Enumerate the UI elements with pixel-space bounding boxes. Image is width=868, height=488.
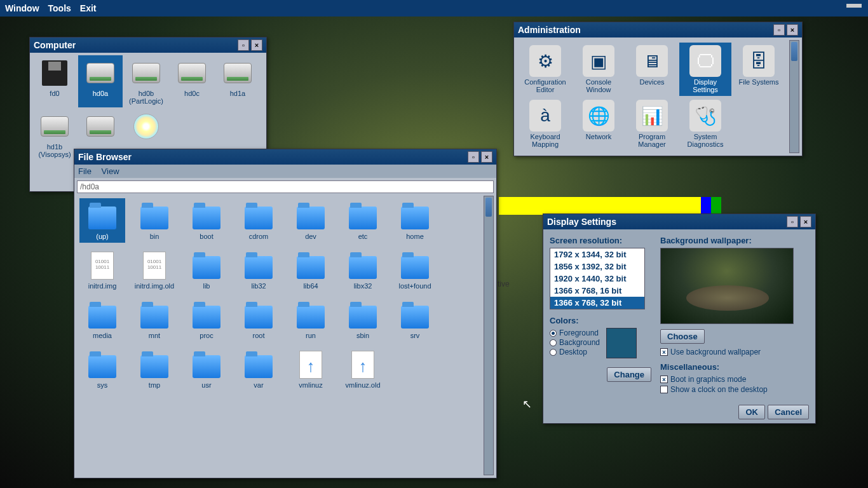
file-item[interactable]: srv xyxy=(392,297,438,342)
close-button[interactable]: × xyxy=(251,39,262,51)
radio-foreground[interactable]: Foreground xyxy=(550,329,600,337)
file-item[interactable]: usr xyxy=(184,347,229,391)
file-item[interactable]: sbin xyxy=(340,297,386,342)
admin-icon: ⚙ xyxy=(529,45,561,77)
close-button[interactable]: × xyxy=(481,151,492,163)
menu-file[interactable]: File xyxy=(78,166,92,176)
file-item[interactable]: libx32 xyxy=(340,248,386,292)
resolution-option[interactable]: 1792 x 1344, 32 bit xyxy=(550,248,644,261)
file-item[interactable]: lib32 xyxy=(236,248,281,292)
display-body: Screen resolution: 1792 x 1344, 32 bit18… xyxy=(543,229,815,401)
file-item[interactable]: lib64 xyxy=(288,248,334,292)
resolution-option[interactable]: 1856 x 1392, 32 bit xyxy=(550,261,644,273)
menubar: Window Tools Exit xyxy=(0,0,868,17)
radio-background[interactable]: Background xyxy=(550,338,600,347)
choose-button[interactable]: Choose xyxy=(660,329,705,344)
titlebar-display[interactable]: Display Settings ▫ × xyxy=(543,214,815,229)
filebrowser-menu: File View xyxy=(74,165,496,178)
menu-tools[interactable]: Tools xyxy=(48,3,71,13)
file-item[interactable]: root xyxy=(236,297,281,342)
file-item[interactable]: (up) xyxy=(79,198,125,243)
admin-item[interactable]: ⚙Configuration Editor xyxy=(519,43,571,96)
admin-icon: 🗄 xyxy=(743,45,775,77)
drive-item[interactable]: fd0 xyxy=(32,55,77,107)
file-item[interactable]: proc xyxy=(184,297,229,342)
minimize-button[interactable]: ▫ xyxy=(787,216,798,227)
minimize-button[interactable]: ▫ xyxy=(468,151,479,163)
admin-item[interactable]: ▣Console Window xyxy=(573,43,625,96)
colors-label: Colors: xyxy=(550,316,651,325)
file-item[interactable]: run xyxy=(288,297,334,342)
resolution-option[interactable]: 1366 x 768, 32 bit xyxy=(550,297,644,309)
admin-item[interactable]: 🖵Display Settings xyxy=(679,43,731,96)
scrollbar[interactable] xyxy=(789,40,799,153)
admin-item[interactable]: 🗄File Systems xyxy=(733,43,785,96)
file-item[interactable]: media xyxy=(79,297,125,342)
file-item[interactable]: mnt xyxy=(132,297,177,342)
change-button[interactable]: Change xyxy=(607,367,651,382)
file-item[interactable]: dev xyxy=(288,198,334,243)
cancel-button[interactable]: Cancel xyxy=(768,405,809,419)
resolution-option[interactable]: 1366 x 768, 16 bit xyxy=(550,285,644,297)
file-item[interactable]: 01001 10011initrd.img xyxy=(79,248,125,292)
titlebar-computer[interactable]: Computer ▫ × xyxy=(30,37,266,53)
file-item[interactable]: lost+found xyxy=(392,248,438,292)
scrollbar[interactable] xyxy=(484,196,494,475)
title-text: Computer xyxy=(34,40,76,50)
titlebar-admin[interactable]: Administration ▫ × xyxy=(514,22,802,37)
close-button[interactable]: × xyxy=(800,216,811,227)
radio-desktop[interactable]: Desktop xyxy=(550,348,600,356)
drive-item[interactable]: hd1a xyxy=(215,55,260,107)
admin-body: ⚙Configuration Editor▣Console Window🖥Dev… xyxy=(514,37,802,156)
admin-icon: 🖵 xyxy=(689,45,721,77)
file-item[interactable]: tmp xyxy=(132,347,177,391)
file-item[interactable]: boot xyxy=(184,198,229,243)
screen-res-label: Screen resolution: xyxy=(550,236,651,245)
titlebar-filebrowser[interactable]: File Browser ▫ × xyxy=(74,149,496,165)
menu-exit[interactable]: Exit xyxy=(80,3,97,13)
check-use-wallpaper[interactable]: Use background wallpaper xyxy=(660,348,809,356)
path-input[interactable] xyxy=(77,180,494,193)
file-item[interactable]: sys xyxy=(79,347,125,391)
file-item[interactable]: vmlinuz.old xyxy=(340,347,386,391)
title-text: Display Settings xyxy=(547,217,616,227)
minimize-button[interactable]: ▫ xyxy=(773,24,785,36)
admin-icon: 🌐 xyxy=(583,100,614,132)
filebrowser-body: (up)binbootcdromdevetchome01001 10011ini… xyxy=(74,178,496,478)
wallpaper-label: Background wallpaper: xyxy=(660,236,809,245)
window-filebrowser: File Browser ▫ × File View (up)binbootcd… xyxy=(74,149,497,478)
panel-handle[interactable] xyxy=(846,4,862,8)
file-item[interactable]: var xyxy=(236,347,281,391)
file-item[interactable]: cdrom xyxy=(236,198,281,243)
admin-item[interactable]: 🖥Devices xyxy=(626,43,678,96)
check-boot-graphics[interactable]: Boot in graphics mode xyxy=(660,375,809,384)
file-item[interactable]: bin xyxy=(132,198,177,243)
menu-window[interactable]: Window xyxy=(5,3,39,13)
file-item[interactable]: 01001 10011initrd.img.old xyxy=(132,248,177,292)
admin-icon: ▣ xyxy=(583,45,614,77)
admin-item[interactable]: àKeyboard Mapping xyxy=(519,97,571,151)
file-item[interactable]: vmlinuz xyxy=(288,347,334,391)
menu-view[interactable]: View xyxy=(102,166,119,176)
resolution-option[interactable]: 1920 x 1440, 32 bit xyxy=(550,273,644,285)
close-button[interactable]: × xyxy=(787,24,798,36)
drive-item[interactable]: hd0b (PartLogic) xyxy=(124,55,168,107)
window-display-settings: Display Settings ▫ × Screen resolution: … xyxy=(543,214,816,424)
drive-item[interactable]: hd0c xyxy=(170,55,214,107)
drive-item[interactable]: hd1b (Visopsys) xyxy=(32,109,77,161)
ok-button[interactable]: OK xyxy=(738,405,765,419)
admin-item[interactable]: 🌐Network xyxy=(573,97,625,151)
drive-item[interactable]: hd0a xyxy=(78,55,123,107)
bg-text: tive xyxy=(498,280,510,288)
color-swatch xyxy=(606,328,637,358)
file-item[interactable]: etc xyxy=(340,198,386,243)
minimize-button[interactable]: ▫ xyxy=(238,39,249,51)
window-administration: Administration ▫ × ⚙Configuration Editor… xyxy=(513,22,803,156)
file-item[interactable]: home xyxy=(392,198,438,243)
resolution-list[interactable]: 1792 x 1344, 32 bit1856 x 1392, 32 bit19… xyxy=(550,248,645,309)
check-show-clock[interactable]: Show a clock on the desktop xyxy=(660,385,809,394)
admin-item[interactable]: 📊Program Manager xyxy=(626,97,678,151)
display-buttons: OK Cancel xyxy=(543,401,815,423)
admin-item[interactable]: 🩺System Diagnostics xyxy=(679,97,731,151)
file-item[interactable]: lib xyxy=(184,248,229,292)
